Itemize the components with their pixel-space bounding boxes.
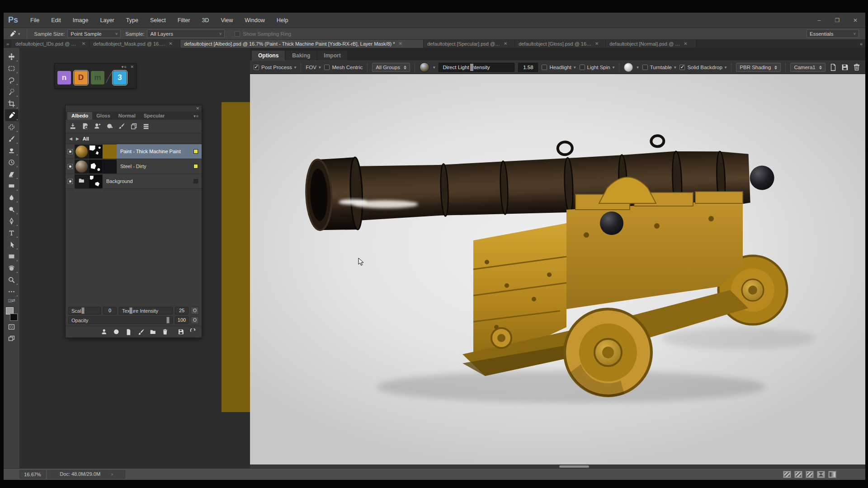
tool-blur[interactable] bbox=[5, 192, 19, 203]
tool-path-selection[interactable] bbox=[5, 239, 19, 250]
document-tab[interactable]: defaultobject_Mask.psd @ 16.… ✕ bbox=[90, 40, 180, 48]
close-icon[interactable]: ✕ bbox=[595, 40, 599, 48]
fill-layer-icon[interactable] bbox=[94, 122, 102, 131]
nav-back-icon[interactable]: ◀ bbox=[69, 136, 72, 141]
folder-icon[interactable] bbox=[150, 328, 157, 336]
layer-color-swatch[interactable] bbox=[103, 160, 117, 174]
viewer-tab-import[interactable]: Import bbox=[317, 51, 347, 61]
texture-intensity-slider[interactable]: Texture Intensity bbox=[119, 307, 173, 314]
screen-mode-button[interactable] bbox=[5, 333, 19, 344]
suite-app-ddo-icon[interactable]: D bbox=[74, 71, 88, 84]
ddo-tab-specular[interactable]: Specular bbox=[140, 112, 169, 120]
close-icon[interactable]: ✕ bbox=[82, 40, 85, 48]
layer-name-area[interactable]: Steel - Dirty bbox=[117, 159, 202, 174]
direct-light-intensity-value[interactable]: 1.58 bbox=[518, 63, 538, 72]
minimize-button[interactable]: – bbox=[813, 16, 826, 25]
brush-hand-icon[interactable] bbox=[118, 122, 126, 131]
chevron-down-icon[interactable]: ▾ bbox=[637, 65, 639, 70]
tool-dodge[interactable] bbox=[5, 203, 19, 215]
opacity-options-button[interactable]: O bbox=[191, 316, 199, 324]
light-spin-checkbox[interactable]: Light Spin▾ bbox=[580, 65, 615, 70]
sample-select[interactable]: All Layers˅ bbox=[147, 29, 225, 38]
close-button[interactable]: ✕ bbox=[849, 16, 862, 25]
menu-window[interactable]: Window bbox=[239, 13, 270, 28]
sample-size-select[interactable]: Point Sample˅ bbox=[67, 29, 121, 38]
color-swatches[interactable] bbox=[6, 307, 18, 321]
close-icon[interactable]: ✕ bbox=[504, 40, 507, 48]
restore-button[interactable]: ❐ bbox=[831, 16, 844, 25]
tool-eraser[interactable] bbox=[5, 168, 19, 180]
direct-light-intensity-slider[interactable]: Direct Light Intensity bbox=[439, 63, 514, 72]
document-tab[interactable]: defaultobject [Normal].psd @ … ✕ bbox=[606, 40, 696, 48]
quick-mask-button[interactable] bbox=[5, 321, 19, 333]
smart-material-icon[interactable] bbox=[81, 122, 90, 131]
document-icon[interactable] bbox=[125, 328, 132, 336]
tool-quick-selection[interactable] bbox=[5, 86, 19, 98]
tool-rotate-view[interactable] bbox=[5, 262, 19, 274]
close-icon[interactable]: ✕ bbox=[130, 65, 134, 69]
new-document-icon[interactable] bbox=[829, 63, 837, 71]
tab-overflow-right[interactable]: « bbox=[857, 40, 865, 48]
menu-layer[interactable]: Layer bbox=[94, 13, 120, 28]
mesh-centric-checkbox[interactable]: Mesh Centric bbox=[324, 65, 363, 70]
tool-zoom[interactable] bbox=[5, 274, 19, 286]
document-tab[interactable]: defaultobject [Gloss].psd @ 16… ✕ bbox=[515, 40, 606, 48]
swap-colors-icon[interactable]: ◲⇄ bbox=[5, 297, 19, 305]
menu-view[interactable]: View bbox=[215, 13, 239, 28]
environment-sphere-icon[interactable] bbox=[420, 62, 429, 72]
texture-intensity-value[interactable]: 25 bbox=[175, 307, 189, 314]
panel-menu-icon[interactable]: ▾≡ bbox=[122, 65, 127, 69]
camera-select[interactable]: Camera1 bbox=[790, 63, 825, 72]
duplicate-icon[interactable] bbox=[130, 122, 138, 131]
viewer-tab-options[interactable]: Options bbox=[252, 51, 285, 61]
tool-healing-brush[interactable] bbox=[5, 121, 19, 133]
bust-icon[interactable] bbox=[101, 328, 108, 336]
ddo-tab-gloss[interactable]: Gloss bbox=[92, 112, 114, 120]
brush-view-icon[interactable] bbox=[806, 471, 814, 478]
shading-select[interactable]: PBR Shading bbox=[736, 63, 781, 72]
gradient-view-icon[interactable] bbox=[828, 471, 836, 478]
texture-view-icon[interactable] bbox=[783, 471, 791, 478]
tool-edit-toolbar[interactable] bbox=[5, 286, 19, 297]
close-icon[interactable]: ✕ bbox=[399, 40, 402, 48]
tool-gradient[interactable] bbox=[5, 180, 19, 192]
layer-row[interactable]: Background bbox=[66, 174, 202, 189]
tool-rectangle[interactable] bbox=[5, 250, 19, 262]
tool-brush[interactable] bbox=[5, 133, 19, 145]
import-icon[interactable] bbox=[69, 122, 77, 131]
viewer-tab-baking[interactable]: Baking bbox=[286, 51, 316, 61]
material-thumbnail[interactable] bbox=[75, 145, 89, 159]
brush-icon[interactable] bbox=[137, 328, 145, 336]
doc-size-field[interactable]: Doc: 48.0M/29.0M › bbox=[47, 470, 125, 479]
opacity-slider[interactable]: Opacity bbox=[68, 316, 173, 324]
material-thumbnail[interactable] bbox=[75, 160, 89, 174]
menu-type[interactable]: Type bbox=[120, 13, 144, 28]
layer-visibility-toggle[interactable] bbox=[66, 149, 75, 154]
menu-edit[interactable]: Edit bbox=[45, 13, 67, 28]
albedo-document-canvas[interactable] bbox=[222, 102, 250, 412]
opacity-value[interactable]: 100 bbox=[175, 316, 189, 324]
sphere-icon[interactable] bbox=[113, 328, 120, 336]
menu-select[interactable]: Select bbox=[144, 13, 172, 28]
document-tab[interactable]: defaultobject_IDs.psd @ 33.3… ✕ bbox=[12, 40, 90, 48]
post-process-checkbox[interactable]: Post Process▾ bbox=[254, 65, 296, 70]
layer-visibility-toggle[interactable] bbox=[66, 164, 75, 169]
fov-dropdown[interactable]: FOV▾ bbox=[306, 65, 321, 70]
scrollbar-thumb[interactable] bbox=[559, 465, 589, 468]
document-tab[interactable]: defaultobject [Albedo].psd @ 16.7% (Pain… bbox=[180, 40, 424, 48]
suite-app-3do-icon[interactable]: 3 bbox=[113, 71, 127, 84]
ddo-tab-albedo[interactable]: Albedo bbox=[67, 112, 92, 120]
show-sampling-ring-checkbox[interactable]: Show Sampling Ring bbox=[235, 31, 291, 37]
folder-icon[interactable] bbox=[75, 174, 89, 188]
chevron-down-icon[interactable]: ▾ bbox=[433, 65, 435, 70]
document-tab[interactable]: defaultobject [Specular].psd @… ✕ bbox=[424, 40, 515, 48]
matcap-view-icon[interactable] bbox=[794, 471, 802, 478]
layer-name-area[interactable]: Paint - Thick Machine Paint bbox=[117, 144, 202, 159]
close-icon[interactable]: ✕ bbox=[169, 40, 172, 48]
menu-file[interactable]: File bbox=[24, 13, 45, 28]
texture-options-button[interactable]: O bbox=[191, 307, 199, 314]
groups-select[interactable]: All Groups bbox=[372, 63, 410, 72]
trash-icon[interactable] bbox=[162, 328, 169, 336]
tool-lasso[interactable] bbox=[5, 74, 19, 86]
close-icon[interactable]: ✕ bbox=[684, 40, 687, 48]
